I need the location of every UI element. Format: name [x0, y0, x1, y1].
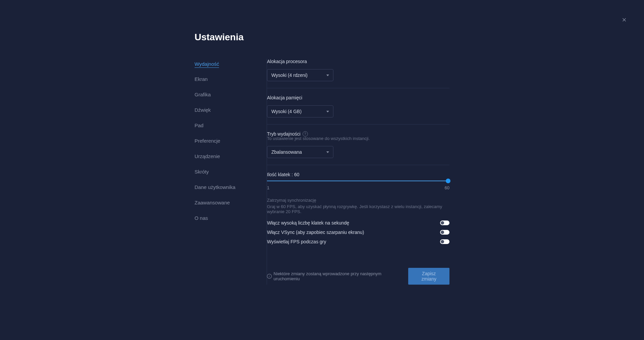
fps-max: 60: [445, 185, 449, 190]
vsync-label: Włącz VSync (aby zapobiec szarpaniu ekra…: [267, 230, 364, 235]
info-icon: i: [267, 274, 272, 279]
memory-allocation-dropdown[interactable]: Wysoki (4 GB): [267, 105, 333, 117]
footer-info: i Niektóre zmiany zostaną wprowadzone pr…: [267, 271, 404, 281]
high-fps-label: Włącz wysoką liczbę klatek na sekundę: [267, 220, 349, 226]
sidebar-item-sound[interactable]: Dźwięk: [195, 105, 211, 115]
fps-label: Ilość klatek : 60: [267, 172, 449, 177]
memory-allocation-label: Alokacja pamięci: [267, 95, 449, 100]
sidebar-item-device[interactable]: Urządzenie: [195, 151, 220, 161]
toggle-knob: [441, 231, 444, 234]
fps-slider[interactable]: [267, 181, 449, 181]
close-icon: [621, 17, 627, 23]
memory-allocation-value: Wysoki (4 GB): [271, 109, 302, 114]
performance-mode-value: Zbalansowana: [271, 149, 302, 155]
sidebar: Wydajność Ekran Grafika Dźwięk Pad Prefe…: [195, 59, 267, 285]
cpu-allocation-value: Wysoki (4 rdzeni): [271, 72, 308, 78]
sidebar-item-gamepad[interactable]: Pad: [195, 120, 204, 131]
show-fps-toggle[interactable]: [440, 239, 449, 244]
sidebar-item-graphics[interactable]: Grafika: [195, 89, 211, 100]
sidebar-item-screen[interactable]: Ekran: [195, 74, 208, 84]
cpu-allocation-dropdown[interactable]: Wysoki (4 rdzeni): [267, 69, 333, 81]
show-fps-label: Wyświetlaj FPS podczas gry: [267, 239, 326, 244]
slider-track: [267, 181, 449, 181]
page-title: Ustawienia: [195, 32, 449, 43]
fps-min: 1: [267, 185, 269, 190]
footer-info-text: Niektóre zmiany zostaną wprowadzone przy…: [274, 271, 405, 281]
high-fps-toggle[interactable]: [440, 221, 449, 225]
sync-description: Graj w 60 FPS, aby uzyskać płynną rozgry…: [267, 204, 449, 214]
sidebar-item-advanced[interactable]: Zaawansowane: [195, 197, 230, 208]
performance-mode-sublabel: To ustawienie jest stosowane do wszystki…: [267, 136, 449, 141]
toggle-knob: [441, 240, 444, 243]
cpu-allocation-label: Alokacja procesora: [267, 59, 449, 64]
sidebar-item-about[interactable]: O nas: [195, 213, 208, 223]
sidebar-item-preferences[interactable]: Preferencje: [195, 136, 220, 146]
save-button[interactable]: Zapisz zmiany: [408, 268, 449, 285]
slider-thumb[interactable]: [446, 179, 450, 183]
vsync-toggle[interactable]: [440, 230, 449, 235]
sidebar-item-performance[interactable]: Wydajność: [195, 59, 219, 68]
main-panel: Alokacja procesora Wysoki (4 rdzeni) Alo…: [267, 59, 449, 285]
toggle-knob: [441, 221, 444, 225]
chevron-down-icon: [326, 75, 329, 76]
chevron-down-icon: [326, 151, 329, 153]
sync-title: Zatrzymaj synchronizację: [267, 198, 449, 203]
performance-mode-dropdown[interactable]: Zbalansowana: [267, 146, 333, 158]
sidebar-item-shortcuts[interactable]: Skróty: [195, 166, 209, 177]
sidebar-item-userdata[interactable]: Dane użytkownika: [195, 182, 235, 192]
close-button[interactable]: [621, 17, 627, 24]
chevron-down-icon: [326, 111, 329, 112]
